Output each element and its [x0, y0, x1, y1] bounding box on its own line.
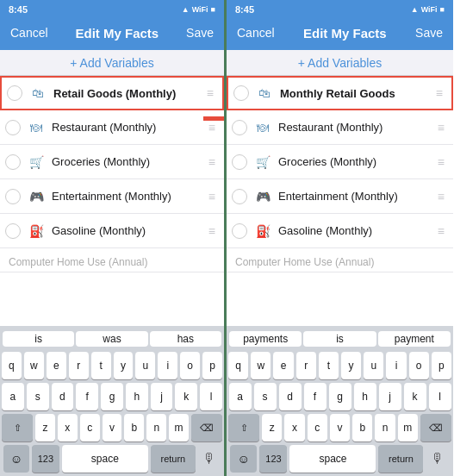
radio-groceries-right[interactable]: [232, 154, 247, 170]
key-p-right[interactable]: p: [432, 352, 451, 379]
suggestion-is-right[interactable]: is: [303, 331, 376, 347]
list-item-retail-right[interactable]: 🛍 Monthly Retail Goods ≡: [227, 76, 453, 110]
radio-retail-right[interactable]: [233, 85, 249, 101]
drag-handle-entertainment-left[interactable]: ≡: [208, 190, 215, 204]
key-l-right[interactable]: l: [429, 383, 451, 410]
key-g-left[interactable]: g: [101, 383, 123, 410]
key-p-left[interactable]: p: [202, 352, 222, 379]
add-variables-button-left[interactable]: + Add Variables: [70, 56, 153, 70]
key-t-right[interactable]: t: [319, 352, 339, 379]
key-return-right[interactable]: return: [378, 445, 423, 473]
key-c-right[interactable]: c: [308, 414, 327, 442]
radio-entertainment-left[interactable]: [5, 189, 21, 204]
key-123-left[interactable]: 123: [32, 445, 59, 473]
key-i-right[interactable]: i: [386, 352, 406, 379]
list-item-restaurant-left[interactable]: 🍽 Restaurant (Monthly) ≡: [0, 110, 224, 145]
list-item-gasoline-right[interactable]: ⛽ Gasoline (Monthly) ≡: [227, 214, 453, 248]
radio-gasoline-left[interactable]: [5, 223, 21, 239]
drag-handle-retail-right[interactable]: ≡: [436, 86, 443, 100]
key-c-left[interactable]: c: [80, 414, 100, 442]
list-item-retail-left[interactable]: 🛍 Retail Goods (Monthly) ≡: [0, 76, 224, 110]
list-item-entertainment-left[interactable]: 🎮 Entertainment (Monthly) ≡: [0, 179, 224, 214]
key-z-left[interactable]: z: [35, 414, 55, 442]
save-button-left[interactable]: Save: [186, 26, 214, 40]
save-button-right[interactable]: Save: [415, 26, 443, 40]
add-variables-button-right[interactable]: + Add Variables: [298, 56, 382, 70]
suggestion-has-left[interactable]: has: [150, 331, 221, 347]
key-f-right[interactable]: f: [304, 383, 327, 410]
key-delete-right[interactable]: ⌫: [420, 414, 451, 442]
radio-retail-left[interactable]: [7, 85, 22, 101]
key-delete-left[interactable]: ⌫: [191, 414, 222, 442]
key-a-right[interactable]: a: [229, 383, 252, 410]
mic-icon-left[interactable]: 🎙: [198, 447, 221, 471]
key-q-right[interactable]: q: [228, 352, 248, 379]
key-a-left[interactable]: a: [2, 383, 24, 410]
key-u-left[interactable]: u: [135, 352, 155, 379]
key-v-right[interactable]: v: [330, 414, 350, 442]
key-z-right[interactable]: z: [262, 414, 282, 442]
key-t-left[interactable]: t: [91, 352, 111, 379]
mic-icon-right[interactable]: 🎙: [426, 447, 450, 471]
list-item-groceries-left[interactable]: 🛒 Groceries (Monthly) ≡: [0, 145, 224, 179]
drag-handle-retail-left[interactable]: ≡: [207, 86, 214, 100]
key-b-left[interactable]: b: [124, 414, 144, 442]
key-w-right[interactable]: w: [251, 352, 271, 379]
key-g-right[interactable]: g: [329, 383, 351, 410]
key-v-left[interactable]: v: [103, 414, 122, 442]
key-h-right[interactable]: h: [354, 383, 376, 410]
key-o-right[interactable]: o: [409, 352, 429, 379]
suggestion-payment-right[interactable]: payment: [378, 331, 451, 347]
key-m-left[interactable]: m: [169, 414, 189, 442]
key-space-left[interactable]: space: [62, 445, 148, 473]
radio-restaurant-left[interactable]: [5, 120, 21, 135]
key-r-right[interactable]: r: [296, 352, 316, 379]
key-j-right[interactable]: j: [379, 383, 401, 410]
list-item-gasoline-left[interactable]: ⛽ Gasoline (Monthly) ≡: [0, 214, 224, 248]
list-item-entertainment-right[interactable]: 🎮 Entertainment (Monthly) ≡: [227, 179, 453, 214]
list-item-restaurant-right[interactable]: 🍽 Restaurant (Monthly) ≡: [227, 110, 453, 145]
emoji-key-left[interactable]: ☺: [3, 445, 29, 473]
cancel-button-right[interactable]: Cancel: [237, 26, 275, 40]
key-s-right[interactable]: s: [254, 383, 277, 410]
key-d-right[interactable]: d: [279, 383, 302, 410]
key-y-right[interactable]: y: [341, 352, 361, 379]
drag-handle-gasoline-left[interactable]: ≡: [208, 224, 215, 238]
key-k-left[interactable]: k: [175, 383, 197, 410]
drag-handle-entertainment-right[interactable]: ≡: [438, 190, 445, 204]
key-w-left[interactable]: w: [24, 352, 44, 379]
key-u-right[interactable]: u: [364, 352, 383, 379]
radio-entertainment-right[interactable]: [232, 189, 247, 204]
drag-handle-groceries-right[interactable]: ≡: [438, 155, 445, 169]
cancel-button-left[interactable]: Cancel: [10, 26, 48, 40]
radio-restaurant-right[interactable]: [232, 120, 247, 135]
key-e-right[interactable]: e: [273, 352, 293, 379]
key-y-left[interactable]: y: [114, 352, 134, 379]
list-item-groceries-right[interactable]: 🛒 Groceries (Monthly) ≡: [227, 145, 453, 179]
radio-groceries-left[interactable]: [5, 154, 21, 170]
key-123-right[interactable]: 123: [259, 445, 287, 473]
key-space-right[interactable]: space: [289, 445, 376, 473]
key-e-left[interactable]: e: [47, 352, 66, 379]
suggestion-is-left[interactable]: is: [3, 331, 74, 347]
key-d-left[interactable]: d: [52, 383, 74, 410]
key-m-right[interactable]: m: [398, 414, 418, 442]
key-n-left[interactable]: n: [146, 414, 166, 442]
suggestion-payments-right[interactable]: payments: [229, 331, 302, 347]
radio-gasoline-right[interactable]: [232, 223, 247, 239]
drag-handle-restaurant-right[interactable]: ≡: [438, 121, 445, 135]
suggestion-was-left[interactable]: was: [76, 331, 147, 347]
drag-handle-groceries-left[interactable]: ≡: [208, 155, 215, 169]
drag-handle-gasoline-right[interactable]: ≡: [438, 224, 445, 238]
key-shift-right[interactable]: ⇧: [228, 414, 259, 442]
key-i-left[interactable]: i: [158, 352, 177, 379]
key-shift-left[interactable]: ⇧: [2, 414, 33, 442]
key-s-left[interactable]: s: [27, 383, 49, 410]
key-r-left[interactable]: r: [69, 352, 89, 379]
key-return-left[interactable]: return: [151, 445, 196, 473]
key-x-left[interactable]: x: [58, 414, 78, 442]
key-b-right[interactable]: b: [352, 414, 372, 442]
key-f-left[interactable]: f: [76, 383, 98, 410]
key-x-right[interactable]: x: [284, 414, 304, 442]
key-n-right[interactable]: n: [375, 414, 395, 442]
